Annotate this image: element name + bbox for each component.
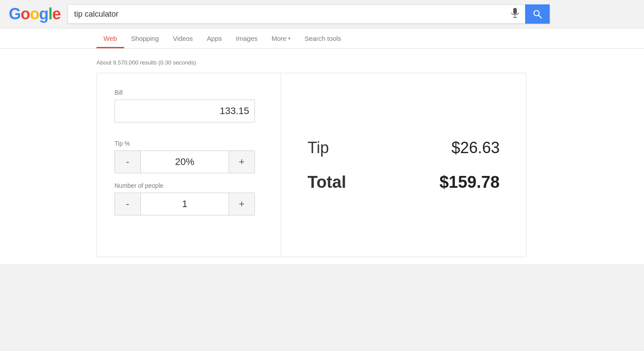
results-count: About 9,570,000 results (0.30 seconds) <box>97 56 644 73</box>
people-stepper: - 1 + <box>114 193 255 215</box>
google-logo[interactable]: Google <box>9 5 61 23</box>
total-result-label: Total <box>308 173 346 192</box>
total-result-value: $159.78 <box>440 173 500 192</box>
bill-input[interactable] <box>114 100 255 122</box>
nav-item-images[interactable]: Images <box>229 29 265 48</box>
search-input[interactable] <box>68 10 505 19</box>
people-minus-button[interactable]: - <box>114 193 141 215</box>
logo-g: G <box>9 5 21 23</box>
nav-item-videos[interactable]: Videos <box>166 29 200 48</box>
logo-o1: o <box>21 5 30 23</box>
people-value: 1 <box>141 193 229 215</box>
tip-plus-button[interactable]: + <box>229 150 255 173</box>
calc-inputs: Bill Tip % - 20% + Number of people - 1 … <box>97 73 281 257</box>
nav-item-search-tools[interactable]: Search tools <box>297 29 348 48</box>
tip-percent-label: Tip % <box>114 140 263 147</box>
svg-line-4 <box>539 15 541 18</box>
logo-e: e <box>52 5 61 23</box>
logo-g2: g <box>39 5 48 23</box>
people-plus-button[interactable]: + <box>229 193 255 215</box>
svg-rect-0 <box>513 8 517 14</box>
calc-results: Tip $26.63 Total $159.78 <box>281 73 526 257</box>
results-area: About 9,570,000 results (0.30 seconds) B… <box>0 49 644 264</box>
more-chevron-icon: ▾ <box>288 36 290 41</box>
people-field-group: Number of people - 1 + <box>114 182 263 215</box>
nav-item-more[interactable]: More ▾ <box>265 29 297 48</box>
tip-result-label: Tip <box>308 139 329 157</box>
search-bar <box>68 4 550 24</box>
bill-label: Bill <box>114 89 263 96</box>
bill-field-group: Bill <box>114 89 263 131</box>
mic-icon <box>511 8 519 18</box>
tip-minus-button[interactable]: - <box>114 150 141 173</box>
tip-percent-value: 20% <box>141 150 229 173</box>
total-result-row: Total $159.78 <box>308 173 500 192</box>
mic-button[interactable] <box>505 8 525 21</box>
nav-bar: Web Shopping Videos Apps Images More ▾ S… <box>0 29 644 49</box>
header: Google <box>0 0 644 29</box>
svg-point-3 <box>534 11 539 16</box>
nav-item-apps[interactable]: Apps <box>200 29 229 48</box>
nav-item-web[interactable]: Web <box>97 29 124 48</box>
tip-result-value: $26.63 <box>451 139 500 157</box>
logo-l: l <box>48 5 52 23</box>
nav-item-shopping[interactable]: Shopping <box>124 29 166 48</box>
logo-o2: o <box>30 5 39 23</box>
tip-result-row: Tip $26.63 <box>308 139 500 157</box>
tip-calculator-card: Bill Tip % - 20% + Number of people - 1 … <box>97 73 526 257</box>
people-label: Number of people <box>114 182 263 189</box>
tip-percent-field-group: Tip % - 20% + <box>114 140 263 173</box>
search-button[interactable] <box>525 4 550 24</box>
tip-percent-stepper: - 20% + <box>114 150 255 173</box>
search-icon <box>533 10 542 18</box>
